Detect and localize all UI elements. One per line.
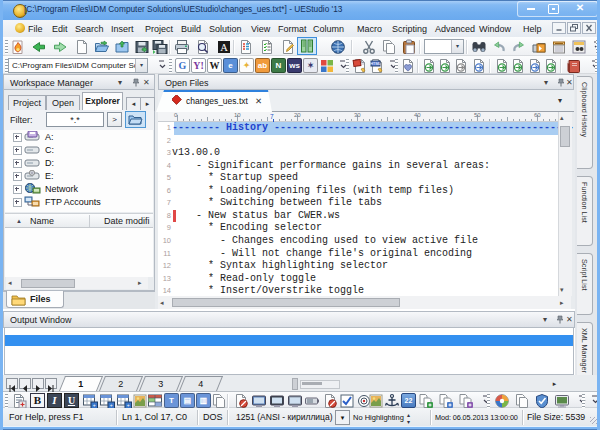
svg-text:HTML: HTML [370,62,380,66]
svg-text:A: A [220,42,228,53]
